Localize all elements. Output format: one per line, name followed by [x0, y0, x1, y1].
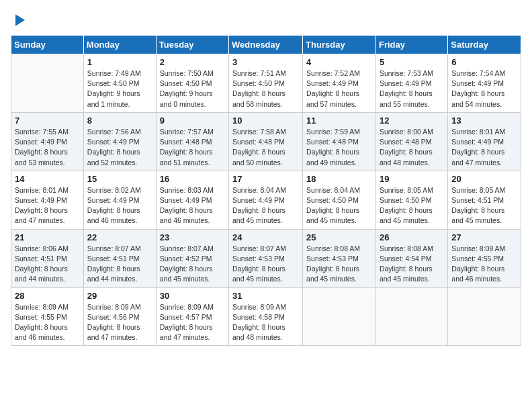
- day-info: Sunrise: 8:07 AMSunset: 4:51 PMDaylight:…: [87, 244, 152, 285]
- calendar-cell: 3Sunrise: 7:51 AMSunset: 4:50 PMDaylight…: [229, 54, 303, 113]
- calendar-cell: 19Sunrise: 8:05 AMSunset: 4:50 PMDayligh…: [375, 171, 447, 229]
- day-number: 26: [380, 232, 444, 242]
- day-info: Sunrise: 8:08 AMSunset: 4:55 PMDaylight:…: [451, 244, 517, 285]
- day-number: 5: [380, 57, 444, 67]
- day-info: Sunrise: 8:01 AMSunset: 4:49 PMDaylight:…: [451, 127, 517, 168]
- day-info: Sunrise: 8:00 AMSunset: 4:48 PMDaylight:…: [380, 127, 444, 168]
- day-number: 11: [306, 116, 372, 126]
- calendar-cell: 23Sunrise: 8:07 AMSunset: 4:52 PMDayligh…: [156, 229, 228, 287]
- day-info: Sunrise: 7:54 AMSunset: 4:49 PMDaylight:…: [451, 68, 517, 109]
- day-of-week-header: Friday: [375, 36, 447, 54]
- day-number: 15: [87, 174, 152, 184]
- day-info: Sunrise: 8:05 AMSunset: 4:51 PMDaylight:…: [451, 185, 517, 226]
- day-info: Sunrise: 8:06 AMSunset: 4:51 PMDaylight:…: [15, 244, 80, 285]
- day-info: Sunrise: 7:57 AMSunset: 4:48 PMDaylight:…: [160, 127, 225, 168]
- day-number: 16: [160, 174, 225, 184]
- day-info: Sunrise: 7:51 AMSunset: 4:50 PMDaylight:…: [232, 68, 299, 109]
- day-number: 18: [306, 174, 372, 184]
- day-info: Sunrise: 8:09 AMSunset: 4:57 PMDaylight:…: [160, 302, 225, 343]
- day-info: Sunrise: 8:03 AMSunset: 4:49 PMDaylight:…: [160, 185, 225, 226]
- calendar-cell: 8Sunrise: 7:56 AMSunset: 4:49 PMDaylight…: [83, 112, 156, 171]
- day-of-week-header: Monday: [83, 36, 156, 54]
- day-number: 21: [15, 232, 80, 242]
- calendar-cell: 9Sunrise: 7:57 AMSunset: 4:48 PMDaylight…: [156, 112, 228, 171]
- day-info: Sunrise: 7:52 AMSunset: 4:49 PMDaylight:…: [306, 68, 372, 109]
- day-number: 22: [87, 232, 152, 242]
- calendar-cell: [303, 287, 376, 346]
- day-info: Sunrise: 7:50 AMSunset: 4:50 PMDaylight:…: [160, 68, 225, 109]
- day-info: Sunrise: 7:56 AMSunset: 4:49 PMDaylight:…: [87, 127, 152, 168]
- calendar-cell: 24Sunrise: 8:07 AMSunset: 4:53 PMDayligh…: [229, 229, 303, 287]
- calendar-cell: 28Sunrise: 8:09 AMSunset: 4:55 PMDayligh…: [11, 287, 84, 346]
- calendar-cell: 7Sunrise: 7:55 AMSunset: 4:49 PMDaylight…: [11, 112, 84, 171]
- day-number: 1: [87, 57, 152, 67]
- day-number: 23: [160, 232, 225, 242]
- day-number: 3: [232, 57, 299, 67]
- day-info: Sunrise: 8:07 AMSunset: 4:53 PMDaylight:…: [232, 244, 299, 285]
- day-number: 10: [232, 116, 299, 126]
- day-of-week-header: Sunday: [11, 36, 84, 54]
- day-number: 14: [15, 174, 80, 184]
- logo-icon: [11, 11, 30, 30]
- day-number: 12: [380, 116, 444, 126]
- day-info: Sunrise: 8:05 AMSunset: 4:50 PMDaylight:…: [380, 185, 444, 226]
- calendar-cell: 4Sunrise: 7:52 AMSunset: 4:49 PMDaylight…: [303, 54, 376, 113]
- day-number: 2: [160, 57, 225, 67]
- calendar-cell: [11, 54, 84, 113]
- calendar-cell: [448, 287, 521, 346]
- calendar-cell: 11Sunrise: 7:59 AMSunset: 4:48 PMDayligh…: [303, 112, 376, 171]
- calendar-cell: 14Sunrise: 8:01 AMSunset: 4:49 PMDayligh…: [11, 171, 84, 229]
- day-number: 25: [306, 232, 372, 242]
- day-number: 19: [380, 174, 444, 184]
- calendar-cell: 27Sunrise: 8:08 AMSunset: 4:55 PMDayligh…: [448, 229, 521, 287]
- day-info: Sunrise: 7:49 AMSunset: 4:50 PMDaylight:…: [87, 68, 152, 109]
- day-number: 27: [451, 232, 517, 242]
- day-info: Sunrise: 8:04 AMSunset: 4:49 PMDaylight:…: [232, 185, 299, 226]
- day-number: 30: [160, 291, 225, 301]
- day-info: Sunrise: 7:58 AMSunset: 4:48 PMDaylight:…: [232, 127, 299, 168]
- day-number: 24: [232, 232, 299, 242]
- day-number: 6: [451, 57, 517, 67]
- calendar-cell: 12Sunrise: 8:00 AMSunset: 4:48 PMDayligh…: [375, 112, 447, 171]
- calendar-cell: 17Sunrise: 8:04 AMSunset: 4:49 PMDayligh…: [229, 171, 303, 229]
- day-info: Sunrise: 8:04 AMSunset: 4:50 PMDaylight:…: [306, 185, 372, 226]
- calendar-cell: 18Sunrise: 8:04 AMSunset: 4:50 PMDayligh…: [303, 171, 376, 229]
- day-of-week-header: Saturday: [448, 36, 521, 54]
- day-info: Sunrise: 8:08 AMSunset: 4:53 PMDaylight:…: [306, 244, 372, 285]
- day-info: Sunrise: 7:53 AMSunset: 4:49 PMDaylight:…: [380, 68, 444, 109]
- calendar-cell: 6Sunrise: 7:54 AMSunset: 4:49 PMDaylight…: [448, 54, 521, 113]
- day-info: Sunrise: 8:09 AMSunset: 4:56 PMDaylight:…: [87, 302, 152, 343]
- day-info: Sunrise: 8:01 AMSunset: 4:49 PMDaylight:…: [15, 185, 80, 226]
- day-number: 29: [87, 291, 152, 301]
- day-of-week-header: Thursday: [303, 36, 376, 54]
- calendar-cell: 20Sunrise: 8:05 AMSunset: 4:51 PMDayligh…: [448, 171, 521, 229]
- day-number: 20: [451, 174, 517, 184]
- day-info: Sunrise: 8:08 AMSunset: 4:54 PMDaylight:…: [380, 244, 444, 285]
- day-number: 8: [87, 116, 152, 126]
- calendar-cell: 29Sunrise: 8:09 AMSunset: 4:56 PMDayligh…: [83, 287, 156, 346]
- day-of-week-header: Wednesday: [229, 36, 303, 54]
- day-number: 7: [15, 116, 80, 126]
- day-info: Sunrise: 8:02 AMSunset: 4:49 PMDaylight:…: [87, 185, 152, 226]
- svg-marker-0: [15, 14, 25, 26]
- day-number: 28: [15, 291, 80, 301]
- day-number: 31: [232, 291, 299, 301]
- calendar-table: SundayMondayTuesdayWednesdayThursdayFrid…: [11, 35, 521, 346]
- calendar-cell: [375, 287, 447, 346]
- calendar-cell: 30Sunrise: 8:09 AMSunset: 4:57 PMDayligh…: [156, 287, 228, 346]
- day-info: Sunrise: 8:09 AMSunset: 4:58 PMDaylight:…: [232, 302, 299, 343]
- calendar-cell: 31Sunrise: 8:09 AMSunset: 4:58 PMDayligh…: [229, 287, 303, 346]
- calendar-cell: 5Sunrise: 7:53 AMSunset: 4:49 PMDaylight…: [375, 54, 447, 113]
- calendar-cell: 26Sunrise: 8:08 AMSunset: 4:54 PMDayligh…: [375, 229, 447, 287]
- calendar-cell: 16Sunrise: 8:03 AMSunset: 4:49 PMDayligh…: [156, 171, 228, 229]
- day-number: 4: [306, 57, 372, 67]
- calendar-cell: 21Sunrise: 8:06 AMSunset: 4:51 PMDayligh…: [11, 229, 84, 287]
- logo: [11, 11, 32, 30]
- calendar-cell: 10Sunrise: 7:58 AMSunset: 4:48 PMDayligh…: [229, 112, 303, 171]
- day-info: Sunrise: 8:07 AMSunset: 4:52 PMDaylight:…: [160, 244, 225, 285]
- calendar-cell: 25Sunrise: 8:08 AMSunset: 4:53 PMDayligh…: [303, 229, 376, 287]
- day-of-week-header: Tuesday: [156, 36, 228, 54]
- calendar-cell: 2Sunrise: 7:50 AMSunset: 4:50 PMDaylight…: [156, 54, 228, 113]
- calendar-cell: 15Sunrise: 8:02 AMSunset: 4:49 PMDayligh…: [83, 171, 156, 229]
- day-number: 9: [160, 116, 225, 126]
